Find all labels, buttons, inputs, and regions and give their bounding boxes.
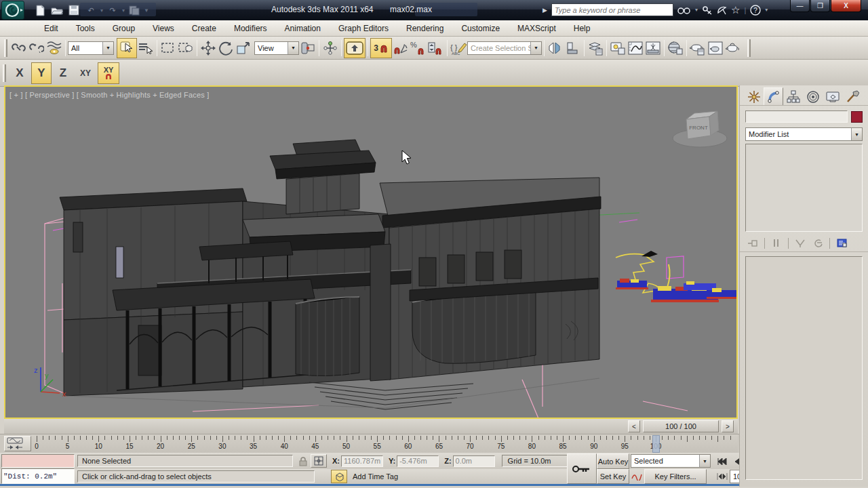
minimize-button[interactable]: — (790, 0, 810, 12)
default-in-out-tangents-icon[interactable] (629, 469, 644, 483)
set-key-button[interactable]: Set Key (597, 469, 629, 484)
snaps-use-axis-constraints-button[interactable]: XY (98, 62, 119, 84)
open-file-icon[interactable] (50, 3, 64, 18)
viewport-label[interactable]: [ + ] [ Perspective ] [ Smooth + Highlig… (9, 91, 210, 99)
dropdown-arrow-icon[interactable]: ▼ (102, 42, 113, 54)
snaps-toggle-button[interactable]: 3 (370, 38, 392, 58)
menu-graph-editors[interactable]: Graph Editors (330, 21, 397, 36)
selection-lock-toggle-icon[interactable] (296, 454, 311, 468)
curve-editor-icon[interactable] (627, 39, 644, 57)
auto-key-button[interactable]: Auto Key (597, 453, 629, 469)
tab-create[interactable] (744, 87, 764, 105)
y-coord-field[interactable]: -5.476m (397, 455, 439, 467)
next-frame-arrow[interactable]: > (722, 420, 734, 432)
select-and-scale-icon[interactable] (235, 39, 252, 57)
menu-tools[interactable]: Tools (67, 21, 104, 36)
keyboard-shortcut-override-button[interactable] (344, 38, 366, 58)
maximize-button[interactable]: ❐ (810, 0, 830, 12)
material-editor-icon[interactable] (667, 39, 684, 57)
application-menu-button[interactable] (1, 1, 24, 20)
tab-utilities[interactable] (842, 87, 862, 105)
selected-set-dropdown[interactable]: Selected▼ (631, 454, 711, 468)
select-by-name-icon[interactable] (137, 39, 155, 57)
track-bar-ruler[interactable]: 0510152025303540455055606570758085909510… (31, 434, 738, 453)
dropdown-arrow-icon[interactable]: ▼ (851, 128, 862, 140)
percent-snap-toggle-icon[interactable]: % (410, 39, 427, 57)
window-crossing-toggle-icon[interactable] (177, 39, 195, 57)
modifier-list-dropdown[interactable]: Modifier List▼ (745, 127, 863, 141)
restrict-z-button[interactable]: Z (53, 62, 73, 84)
menu-group[interactable]: Group (104, 21, 144, 36)
communication-center-icon[interactable] (717, 5, 727, 15)
rendered-frame-window-icon[interactable] (707, 39, 724, 57)
help-dropdown-arrow[interactable]: ▾ (765, 7, 768, 13)
remove-modifier-icon[interactable] (812, 238, 824, 249)
align-icon[interactable] (564, 39, 582, 57)
render-production-icon[interactable] (724, 39, 742, 57)
configure-modifier-sets-icon[interactable] (835, 238, 848, 249)
help-icon[interactable]: ? (750, 5, 761, 16)
maxscript-listener-macro[interactable] (1, 454, 75, 468)
layer-manager-icon[interactable] (587, 39, 604, 57)
make-unique-icon[interactable] (794, 238, 806, 249)
menu-animation[interactable]: Animation (276, 21, 330, 36)
search-options-arrow[interactable]: ▾ (695, 7, 698, 13)
toolbar-grip[interactable] (747, 39, 751, 57)
maxscript-listener-output[interactable]: "Dist: 0.2m" (1, 468, 75, 484)
rectangular-selection-region-icon[interactable] (159, 39, 177, 57)
select-and-link-icon[interactable] (10, 39, 28, 57)
unlink-selection-icon[interactable] (28, 39, 45, 57)
dropdown-arrow-icon[interactable]: ▼ (288, 42, 298, 54)
menu-edit[interactable]: Edit (35, 21, 67, 36)
z-coord-field[interactable]: 0.0m (453, 455, 495, 467)
time-slider[interactable]: < 100 / 100 > (4, 419, 738, 434)
favorites-star-icon[interactable]: ☆ (731, 4, 740, 16)
new-scene-icon[interactable] (33, 3, 47, 18)
tab-modify[interactable] (764, 87, 783, 105)
open-mini-curve-editor-button[interactable] (4, 436, 31, 451)
menu-rendering[interactable]: Rendering (397, 21, 452, 36)
x-coord-field[interactable]: 1160.787m (341, 455, 383, 467)
object-name-field[interactable] (745, 110, 848, 123)
bind-to-space-warp-icon[interactable] (45, 39, 63, 57)
perspective-viewport[interactable]: FRONT z x y [ + ] [ Perspective ] [ Smoo… (4, 85, 738, 419)
named-selection-set-combo[interactable]: Create Selection Se▼ (467, 41, 542, 55)
search-binoculars-icon[interactable] (677, 5, 691, 15)
spinner-snap-toggle-icon[interactable] (427, 39, 445, 57)
current-frame-marker[interactable] (652, 435, 660, 453)
subscription-key-icon[interactable] (702, 5, 713, 15)
restrict-y-button[interactable]: Y (31, 62, 52, 84)
restrict-x-button[interactable]: X (9, 62, 30, 84)
isolate-selection-toggle-icon[interactable] (331, 470, 347, 483)
toolbar-grip[interactable] (4, 39, 7, 57)
menu-customize[interactable]: Customize (452, 21, 509, 36)
close-button[interactable]: X (831, 0, 861, 12)
go-to-start-icon[interactable] (715, 455, 730, 468)
menu-maxscript[interactable]: MAXScript (509, 21, 565, 36)
graphite-modeling-tools-icon[interactable] (609, 39, 627, 57)
menu-create[interactable]: Create (183, 21, 225, 36)
select-object-button[interactable] (117, 38, 137, 58)
absolute-offset-mode-toggle-icon[interactable] (311, 454, 327, 468)
tab-hierarchy[interactable] (783, 87, 803, 105)
select-and-rotate-icon[interactable] (217, 39, 235, 57)
time-slider-handle[interactable]: < 100 / 100 > (628, 420, 734, 432)
tab-display[interactable] (823, 87, 842, 105)
key-mode-toggle-icon[interactable] (715, 470, 730, 483)
restrict-xy-plane-button[interactable]: XY (75, 62, 96, 84)
angle-snap-toggle-icon[interactable] (392, 39, 410, 57)
infocenter-collapse-arrow[interactable]: ▶ (542, 7, 547, 14)
dropdown-arrow-icon[interactable]: ▼ (530, 42, 541, 54)
menu-help[interactable]: Help (565, 21, 599, 36)
menu-modifiers[interactable]: Modifiers (225, 21, 276, 36)
key-filters-button[interactable]: Key Filters... (644, 469, 707, 484)
selection-filter-dropdown[interactable]: All▼ (68, 41, 114, 55)
set-keys-big-key-button[interactable] (567, 453, 597, 484)
track-bar[interactable]: 0510152025303540455055606570758085909510… (0, 434, 739, 453)
scatter-objects[interactable] (616, 251, 736, 302)
modifier-stack-list[interactable] (745, 144, 863, 232)
select-and-manipulate-icon[interactable] (321, 39, 339, 57)
reference-coordinate-dropdown[interactable]: View▼ (254, 41, 299, 55)
use-pivot-point-center-icon[interactable] (299, 39, 317, 57)
save-file-icon[interactable] (66, 3, 81, 18)
